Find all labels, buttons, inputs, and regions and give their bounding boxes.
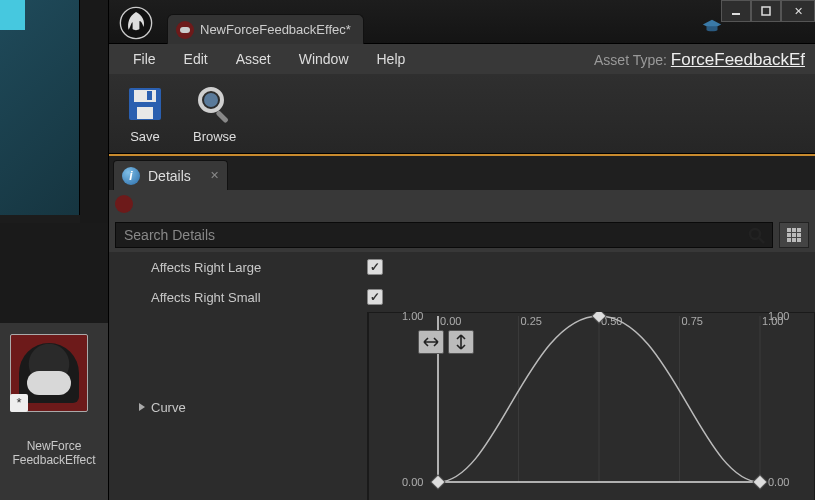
browse-button[interactable]: Browse — [193, 83, 236, 144]
svg-point-8 — [204, 93, 218, 107]
details-tab-label: Details — [148, 168, 191, 184]
search-icon — [748, 227, 766, 245]
asset-label-line1: NewForce — [4, 440, 104, 453]
view-options-button[interactable] — [779, 222, 809, 248]
svg-line-11 — [759, 238, 764, 243]
search-placeholder: Search Details — [124, 227, 215, 243]
details-tab[interactable]: i Details ✕ — [113, 160, 228, 190]
expand-triangle-icon[interactable] — [139, 403, 145, 411]
fit-horizontal-button[interactable] — [418, 330, 444, 354]
svg-text:0.00: 0.00 — [402, 476, 423, 488]
svg-rect-13 — [792, 228, 796, 232]
svg-rect-14 — [797, 228, 801, 232]
asset-editor-window: NewForceFeedbackEffec* ✕ File Edit Asset… — [108, 0, 815, 500]
search-input[interactable]: Search Details — [115, 222, 773, 248]
svg-rect-19 — [792, 238, 796, 242]
svg-rect-15 — [787, 233, 791, 237]
svg-rect-18 — [787, 238, 791, 242]
details-tabstrip: i Details ✕ — [109, 154, 815, 190]
curve-toolbar — [418, 330, 474, 354]
menubar: File Edit Asset Window Help Asset Type: … — [109, 44, 815, 74]
curve-label: Curve — [151, 400, 186, 415]
asset-type-readout: Asset Type: ForceFeedbackEf — [594, 50, 805, 70]
svg-rect-38 — [431, 475, 445, 489]
document-tab-title: NewForceFeedbackEffec* — [200, 22, 351, 37]
svg-rect-16 — [792, 233, 796, 237]
curve-label-column: Curve — [109, 312, 367, 500]
asset-header-row — [109, 190, 815, 218]
prop-label: Affects Right Large — [109, 260, 367, 275]
svg-rect-12 — [787, 228, 791, 232]
asset-dirty-star-icon: * — [10, 394, 28, 412]
svg-text:0.75: 0.75 — [682, 315, 703, 327]
save-icon — [125, 83, 165, 125]
content-browser-strip: * NewForce FeedbackEffect — [0, 0, 108, 500]
menu-asset[interactable]: Asset — [222, 45, 285, 73]
svg-rect-9 — [215, 110, 228, 123]
svg-rect-17 — [797, 233, 801, 237]
save-label: Save — [130, 129, 160, 144]
prop-curve: Curve 0.000.250.500.751.000.001.000.001.… — [109, 312, 815, 500]
svg-text:1.00: 1.00 — [402, 312, 423, 322]
svg-point-10 — [750, 229, 760, 239]
minimize-button[interactable] — [721, 0, 751, 22]
checkbox-affects-right-large[interactable]: ✓ — [367, 259, 383, 275]
svg-rect-1 — [732, 13, 740, 15]
unreal-logo-icon — [119, 6, 153, 40]
panel-gap — [0, 223, 108, 323]
menu-window[interactable]: Window — [285, 45, 363, 73]
maximize-button[interactable] — [751, 0, 781, 22]
curve-editor[interactable]: 0.000.250.500.751.000.001.000.001.00 — [367, 312, 815, 500]
browse-label: Browse — [193, 129, 236, 144]
fit-vertical-button[interactable] — [448, 330, 474, 354]
prop-affects-right-large: Affects Right Large ✓ — [109, 252, 815, 282]
close-button[interactable]: ✕ — [781, 0, 815, 22]
checkbox-affects-right-small[interactable]: ✓ — [367, 289, 383, 305]
force-feedback-icon — [176, 21, 194, 39]
svg-text:0.25: 0.25 — [521, 315, 542, 327]
asset-type-value: ForceFeedbackEf — [671, 50, 805, 69]
search-row: Search Details — [109, 218, 815, 252]
menu-file[interactable]: File — [119, 45, 170, 73]
force-feedback-icon — [115, 195, 133, 213]
svg-rect-20 — [797, 238, 801, 242]
tutorial-cap-icon[interactable] — [701, 18, 723, 34]
svg-text:0.00: 0.00 — [768, 476, 789, 488]
svg-rect-2 — [762, 7, 770, 15]
svg-text:0.00: 0.00 — [440, 315, 461, 327]
svg-rect-5 — [137, 107, 153, 119]
asset-label: NewForce FeedbackEffect — [4, 416, 104, 456]
svg-rect-6 — [147, 91, 152, 100]
save-button[interactable]: Save — [125, 83, 165, 144]
info-icon: i — [122, 167, 140, 185]
document-tab[interactable]: NewForceFeedbackEffec* — [167, 14, 364, 44]
viewport-corner — [0, 0, 25, 30]
menu-edit[interactable]: Edit — [170, 45, 222, 73]
viewport-sliver — [0, 0, 80, 215]
titlebar: NewForceFeedbackEffec* ✕ — [109, 0, 815, 44]
asset-label-line2: FeedbackEffect — [4, 454, 104, 467]
svg-text:1.00: 1.00 — [768, 312, 789, 322]
prop-affects-right-small: Affects Right Small ✓ — [109, 282, 815, 312]
svg-rect-4 — [134, 90, 156, 102]
divider — [0, 215, 80, 223]
window-controls: ✕ — [721, 0, 815, 22]
menu-help[interactable]: Help — [363, 45, 420, 73]
toolbar: Save Browse — [109, 74, 815, 154]
close-icon[interactable]: ✕ — [210, 169, 219, 182]
properties-panel: Affects Right Large ✓ Affects Right Smal… — [109, 252, 815, 500]
svg-rect-40 — [753, 475, 767, 489]
browse-icon — [195, 83, 235, 125]
asset-type-label: Asset Type: — [594, 52, 667, 68]
prop-label: Affects Right Small — [109, 290, 367, 305]
